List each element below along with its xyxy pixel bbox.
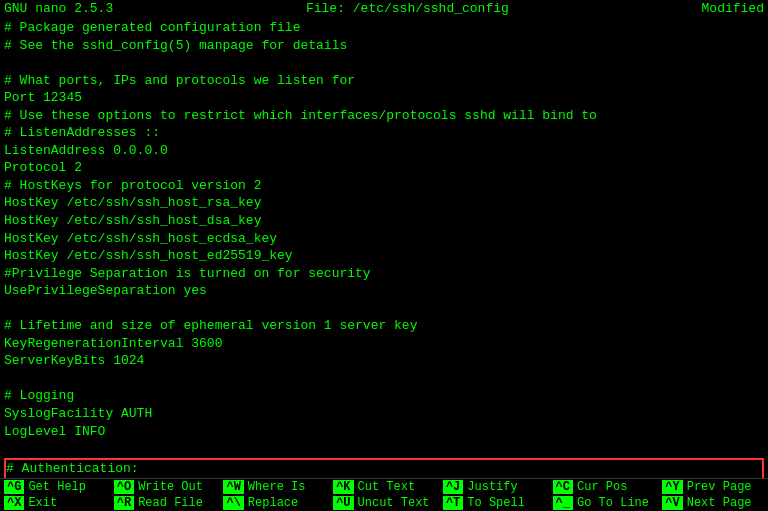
- modified-status: Modified: [702, 1, 764, 16]
- footer-item-0-1[interactable]: ^OWrite Out: [110, 479, 220, 495]
- code-line: LoginGraceTime 30: [6, 477, 762, 478]
- code-line: HostKey /etc/ssh/ssh_host_dsa_key: [4, 212, 764, 230]
- footer-label: Next Page: [683, 496, 752, 510]
- footer-item-1-5[interactable]: ^_Go To Line: [549, 495, 659, 511]
- code-line: KeyRegenerationInterval 3600: [4, 335, 764, 353]
- footer-label: To Spell: [463, 496, 525, 510]
- footer-key: ^T: [443, 496, 463, 510]
- code-line: # See the sshd_config(5) manpage for det…: [4, 37, 764, 55]
- footer-row-0: ^GGet Help^OWrite Out^WWhere Is^KCut Tex…: [0, 479, 768, 495]
- footer-key: ^W: [223, 480, 243, 494]
- code-line: #Privilege Separation is turned on for s…: [4, 265, 764, 283]
- code-line: [4, 440, 764, 458]
- footer-item-0-4[interactable]: ^JJustify: [439, 479, 549, 495]
- footer-label: Go To Line: [573, 496, 649, 510]
- footer-key: ^U: [333, 496, 353, 510]
- code-line: HostKey /etc/ssh/ssh_host_rsa_key: [4, 194, 764, 212]
- footer-label: Get Help: [24, 480, 86, 494]
- footer-key: ^X: [4, 496, 24, 510]
- footer-item-1-6[interactable]: ^VNext Page: [658, 495, 768, 511]
- footer-key: ^_: [553, 496, 573, 510]
- code-line: # ListenAddresses ::: [4, 124, 764, 142]
- code-line: HostKey /etc/ssh/ssh_host_ed25519_key: [4, 247, 764, 265]
- code-line: # Logging: [4, 387, 764, 405]
- code-line: # HostKeys for protocol version 2: [4, 177, 764, 195]
- code-line: [4, 54, 764, 72]
- editor-area[interactable]: # Package generated configuration file# …: [0, 17, 768, 478]
- footer-label: Cut Text: [354, 480, 416, 494]
- footer-item-0-5[interactable]: ^CCur Pos: [549, 479, 659, 495]
- code-line: [4, 300, 764, 318]
- code-line: # Authentication:: [6, 460, 762, 478]
- footer-key: ^O: [114, 480, 134, 494]
- app-name: GNU nano 2.5.3: [4, 1, 113, 16]
- footer-item-1-2[interactable]: ^\Replace: [219, 495, 329, 511]
- footer-key: ^K: [333, 480, 353, 494]
- footer-key: ^C: [553, 480, 573, 494]
- code-line: # What ports, IPs and protocols we liste…: [4, 72, 764, 90]
- footer-row-1: ^XExit^RRead File^\Replace^UUncut Text^T…: [0, 495, 768, 511]
- code-line: Protocol 2: [4, 159, 764, 177]
- code-line: [4, 370, 764, 388]
- code-line: UsePrivilegeSeparation yes: [4, 282, 764, 300]
- code-line: # Package generated configuration file: [4, 19, 764, 37]
- footer-label: Prev Page: [683, 480, 752, 494]
- footer-label: Justify: [463, 480, 517, 494]
- footer-label: Where Is: [244, 480, 306, 494]
- footer-item-0-2[interactable]: ^WWhere Is: [219, 479, 329, 495]
- footer-key: ^Y: [662, 480, 682, 494]
- footer-label: Read File: [134, 496, 203, 510]
- footer-item-0-3[interactable]: ^KCut Text: [329, 479, 439, 495]
- footer-key: ^V: [662, 496, 682, 510]
- footer-key: ^J: [443, 480, 463, 494]
- code-line: SyslogFacility AUTH: [4, 405, 764, 423]
- footer-key: ^R: [114, 496, 134, 510]
- footer-label: Write Out: [134, 480, 203, 494]
- footer-label: Uncut Text: [354, 496, 430, 510]
- footer-label: Exit: [24, 496, 57, 510]
- footer-item-0-6[interactable]: ^YPrev Page: [658, 479, 768, 495]
- footer-item-1-3[interactable]: ^UUncut Text: [329, 495, 439, 511]
- footer-key: ^G: [4, 480, 24, 494]
- footer-item-1-0[interactable]: ^XExit: [0, 495, 110, 511]
- code-line: # Use these options to restrict which in…: [4, 107, 764, 125]
- file-path: File: /etc/ssh/sshd_config: [306, 1, 509, 16]
- footer-item-0-0[interactable]: ^GGet Help: [0, 479, 110, 495]
- code-line: Port 12345: [4, 89, 764, 107]
- title-bar: GNU nano 2.5.3 File: /etc/ssh/sshd_confi…: [0, 0, 768, 17]
- highlighted-block: # Authentication:LoginGraceTime 30Permit…: [4, 458, 764, 478]
- footer-bar: ^GGet Help^OWrite Out^WWhere Is^KCut Tex…: [0, 478, 768, 511]
- footer-key: ^\: [223, 496, 243, 510]
- footer-label: Replace: [244, 496, 298, 510]
- code-line: ListenAddress 0.0.0.0: [4, 142, 764, 160]
- footer-item-1-1[interactable]: ^RRead File: [110, 495, 220, 511]
- code-line: ServerKeyBits 1024: [4, 352, 764, 370]
- footer-label: Cur Pos: [573, 480, 627, 494]
- code-line: HostKey /etc/ssh/ssh_host_ecdsa_key: [4, 230, 764, 248]
- code-line: LogLevel INFO: [4, 423, 764, 441]
- code-line: # Lifetime and size of ephemeral version…: [4, 317, 764, 335]
- footer-item-1-4[interactable]: ^TTo Spell: [439, 495, 549, 511]
